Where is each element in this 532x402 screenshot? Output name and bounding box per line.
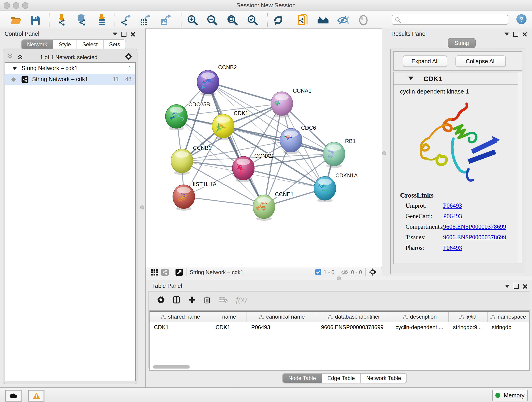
splitter-handle[interactable] — [140, 205, 144, 210]
selected-checkbox-icon[interactable] — [315, 269, 321, 275]
float-panel-icon[interactable] — [514, 284, 519, 289]
tab-style[interactable]: Style — [53, 40, 77, 49]
zoom-out-button[interactable] — [206, 14, 218, 26]
fit-selected-crosshair-icon[interactable] — [369, 268, 377, 276]
table-cell[interactable]: 9606.ENSP00000378699 — [317, 322, 391, 332]
network-canvas[interactable]: CCNB2CCNA1CDC25BCDK1CDC6RB1CCNB1CCNA2CDK… — [146, 28, 382, 268]
column-header-database-identifier[interactable]: database identifier — [317, 312, 391, 322]
column-header-name[interactable]: name — [211, 312, 247, 322]
node-ccnb2[interactable] — [197, 70, 219, 94]
home-networks-button[interactable] — [317, 14, 329, 26]
show-hide-eye-button[interactable] — [337, 14, 349, 26]
table-cell[interactable]: stringdb:9... — [449, 322, 488, 332]
edge[interactable] — [208, 82, 264, 207]
tree-expander-icon[interactable] — [12, 67, 17, 70]
protein-expander-icon[interactable] — [408, 77, 413, 80]
tab-network[interactable]: Network — [22, 40, 53, 49]
collapse-panel-icon[interactable] — [505, 32, 509, 36]
close-panel-icon[interactable] — [131, 32, 135, 36]
protein-card-header[interactable]: CDK1 — [394, 72, 522, 85]
delete-table-icon[interactable] — [219, 297, 228, 303]
table-hscrollbar-thumb[interactable] — [153, 365, 190, 369]
edge[interactable] — [208, 82, 282, 104]
network-options-gear-icon[interactable] — [125, 53, 133, 61]
eye-disabled-icon[interactable] — [357, 14, 369, 26]
import-network-file-button[interactable] — [56, 14, 68, 26]
tab-edge-table[interactable]: Edge Table — [322, 374, 361, 383]
import-network-database-button[interactable] — [75, 14, 87, 26]
column-header--id[interactable]: @id — [449, 312, 488, 322]
zoom-fit-button[interactable] — [226, 14, 238, 26]
memory-button[interactable]: Memory — [492, 390, 528, 401]
network-row-label: String Network – cdk1 — [32, 76, 88, 83]
string-view-icon[interactable] — [161, 268, 169, 276]
close-panel-icon[interactable] — [522, 32, 527, 36]
crosslink-link[interactable]: P06493 — [443, 202, 462, 210]
crosslink-link[interactable]: P06493 — [443, 244, 462, 252]
node-cdc25b[interactable] — [165, 104, 187, 128]
show-columns-icon[interactable] — [173, 296, 180, 304]
table-row[interactable]: CDK1CDK1P064939606.ENSP00000378699cyclin… — [150, 322, 529, 332]
import-table-button[interactable] — [96, 14, 108, 26]
open-session-button[interactable] — [10, 14, 22, 26]
function-builder-button[interactable]: f(x) — [236, 295, 247, 304]
table-options-gear-icon[interactable] — [157, 296, 165, 304]
node-cdc6[interactable] — [280, 128, 302, 152]
export-network-button[interactable] — [120, 14, 132, 26]
tab-node-table[interactable]: Node Table — [283, 374, 322, 383]
refresh-view-button[interactable] — [272, 14, 284, 26]
cloud-status-button[interactable] — [5, 390, 22, 402]
tab-string[interactable]: String — [448, 38, 476, 48]
node-ccne1[interactable] — [253, 195, 275, 219]
search-input[interactable] — [403, 16, 505, 23]
table-cell[interactable]: P06493 — [247, 322, 317, 332]
crosslink-link[interactable]: P06493 — [443, 213, 462, 220]
collapse-panel-icon[interactable] — [113, 32, 117, 36]
table-cell[interactable]: cyclin-dependent ... — [391, 322, 449, 332]
node-rb1[interactable] — [323, 142, 345, 166]
help-button[interactable]: ? — [516, 14, 526, 24]
column-header-description[interactable]: description — [391, 312, 449, 322]
tab-sets[interactable]: Sets — [104, 40, 126, 49]
results-scrollbar[interactable] — [518, 72, 522, 263]
node-hist1h1a[interactable] — [173, 185, 195, 209]
table-cell[interactable]: stringdb — [488, 322, 529, 332]
column-header-namespace[interactable]: namespace — [488, 312, 529, 322]
export-image-button[interactable] — [160, 14, 172, 26]
zoom-in-button[interactable] — [186, 14, 198, 26]
save-session-button[interactable] — [29, 14, 41, 26]
string-import-button[interactable] — [297, 14, 309, 26]
splitter-handle[interactable] — [382, 151, 386, 155]
tab-select[interactable]: Select — [77, 40, 104, 49]
float-panel-icon[interactable] — [121, 32, 127, 37]
export-table-button[interactable] — [140, 14, 152, 26]
node-cdk1[interactable] — [212, 114, 234, 138]
node-ccna1[interactable] — [271, 92, 293, 115]
close-panel-icon[interactable] — [523, 284, 527, 288]
search-field[interactable] — [392, 15, 508, 25]
node-ccna2[interactable] — [232, 156, 254, 180]
crosslink-link[interactable]: 9606.ENSP00000378699 — [443, 234, 506, 241]
table-cell[interactable]: CDK1 — [150, 322, 211, 332]
hidden-eye-icon[interactable] — [341, 269, 349, 275]
collapse-panel-icon[interactable] — [505, 285, 510, 288]
zoom-selected-button[interactable] — [247, 14, 259, 26]
create-column-icon[interactable] — [188, 296, 196, 303]
network-collection-row[interactable]: String Network – cdk1 1 — [5, 63, 135, 74]
column-header-shared-name[interactable]: shared name — [150, 312, 211, 322]
table-cell[interactable]: CDK1 — [211, 322, 247, 332]
collapse-all-button[interactable]: Collapse All — [456, 56, 506, 67]
node-cdkn1a[interactable] — [314, 177, 336, 200]
network-row-selected[interactable]: String Network – cdk1 11 48 — [5, 74, 135, 85]
expand-all-button[interactable]: Expand All — [403, 56, 447, 67]
column-header-canonical-name[interactable]: canonical name — [247, 312, 317, 322]
crosslink-link[interactable]: 9606.ENSP00000378699 — [443, 223, 506, 230]
tab-network-table[interactable]: Network Table — [361, 374, 407, 383]
edge[interactable] — [184, 197, 264, 207]
warnings-button[interactable] — [28, 390, 44, 402]
node-ccnb1[interactable] — [171, 149, 193, 173]
open-in-window-icon[interactable] — [176, 268, 183, 276]
birdseye-grid-icon[interactable] — [151, 269, 158, 275]
float-panel-icon[interactable] — [513, 32, 518, 37]
delete-column-icon[interactable] — [204, 296, 211, 304]
